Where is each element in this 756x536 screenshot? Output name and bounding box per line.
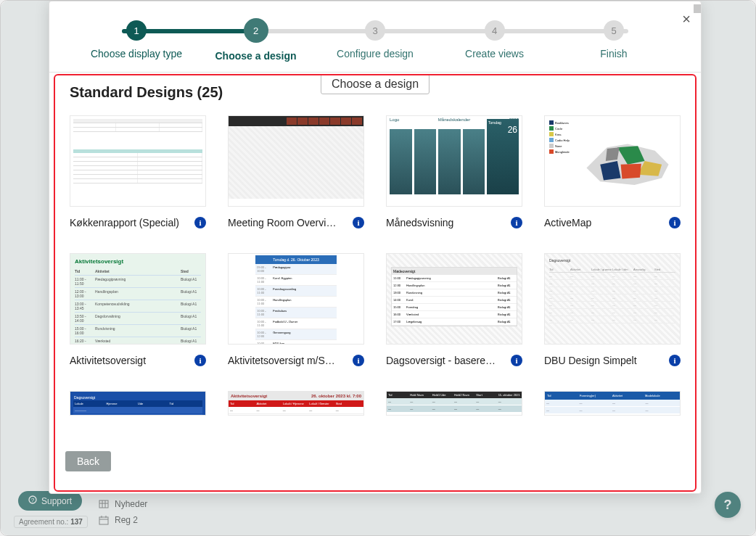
step-label: Finish (600, 48, 627, 59)
design-thumbnail: Aktivitetsoversigt TidAktivitetSted 11:0… (70, 253, 206, 345)
step-5[interactable]: 5 Finish (556, 20, 672, 62)
legend-item: None (555, 144, 562, 148)
step-label: Configure design (337, 48, 414, 59)
design-title: DBU Design Simpelt (544, 355, 637, 366)
back-button[interactable]: Back (65, 451, 111, 471)
legend-item: Booklånes (555, 121, 569, 125)
design-card[interactable]: Dagsoversigt TidAktivitetLokale / grønne… (544, 253, 681, 366)
step-4[interactable]: 4 Create views (437, 20, 553, 62)
step-label: Choose a design (215, 50, 296, 62)
design-grid: Køkkenrapport (Special) i Meeting Room O… (70, 115, 681, 416)
legend-item: Circle (555, 127, 562, 131)
step-circle: 3 (365, 20, 385, 41)
design-title: Køkkenrapport (Special) (70, 217, 179, 228)
info-icon[interactable]: i (194, 217, 206, 228)
thumb-title: Aktivitetsoversigt (231, 394, 267, 398)
design-card[interactable]: Dagsoversigt LokaleHjemmeUdeTid ———— ———… (70, 391, 206, 416)
design-card[interactable]: Torsdag d. 26. Oktober 2023 09:00 - 10:0… (228, 253, 364, 366)
step-label: Create views (465, 48, 524, 59)
step-label: Choose display type (91, 48, 182, 59)
design-thumbnail: Aktivitetsoversigt26. oktober 2023 kl. 7… (228, 391, 364, 416)
info-icon[interactable]: i (669, 355, 681, 366)
step-circle: 1 (126, 20, 147, 41)
svg-marker-13 (600, 161, 620, 180)
legend-item: Codio Help (555, 139, 570, 142)
design-thumbnail: TidForening(er)AktivitetMødelokale ———— … (544, 391, 681, 416)
design-card[interactable]: Aktivitetsoversigt26. oktober 2023 kl. 7… (228, 391, 364, 416)
design-title: Meeting Room Overvi… (228, 217, 336, 228)
thumb-logo: Logo (390, 117, 399, 122)
design-thumbnail: Dagsoversigt TidAktivitetLokale / grønne… (544, 253, 681, 345)
design-title: Dagsoversigt - basere… (386, 355, 496, 366)
design-card[interactable]: LogoMånedskalender2023 Torsdag26 Månedsv… (386, 115, 522, 228)
wizard-stepper: 1 Choose display type 2 Choose a design … (49, 1, 701, 72)
design-card[interactable]: TidHold NavnHold1 UdeHold2 NavnStart15. … (386, 391, 522, 416)
design-card[interactable]: Booklånes Circle Krea Codio Help None Ma… (544, 115, 681, 228)
design-card[interactable]: Meeting Room Overvi… i (228, 115, 364, 228)
design-card[interactable]: Køkkenrapport (Special) i (70, 115, 206, 228)
svg-marker-14 (621, 164, 641, 179)
legend-item: Krea (555, 133, 561, 136)
legend-item: Manglende (555, 150, 570, 154)
design-title: Aktivitetsoversigt (70, 355, 146, 366)
info-icon[interactable]: i (353, 355, 364, 366)
info-icon[interactable]: i (511, 355, 522, 366)
design-thumbnail: Mødeoversigt 11:00PædagogiprøvningBiolog… (386, 253, 522, 345)
step-circle: 5 (604, 20, 624, 41)
design-thumbnail (228, 115, 364, 207)
stepper-tooltip: Choose a design (321, 74, 430, 94)
design-thumbnail: LogoMånedskalender2023 Torsdag26 (386, 115, 522, 207)
thumb-title: Dagsoversigt (549, 258, 675, 263)
step-1[interactable]: 1 Choose display type (78, 20, 194, 62)
designs-content[interactable]: Standard Designs (25) (49, 73, 701, 493)
svg-marker-15 (606, 147, 620, 161)
design-thumbnail: Dagsoversigt LokaleHjemmeUdeTid ———— ———… (70, 391, 206, 416)
step-circle: 4 (485, 20, 505, 41)
step-circle: 2 (244, 18, 268, 43)
design-thumbnail: TidHold NavnHold1 UdeHold2 NavnStart15. … (386, 391, 522, 416)
design-title: ActiveMap (544, 217, 591, 228)
info-icon[interactable]: i (353, 217, 364, 228)
design-card[interactable]: Mødeoversigt 11:00PædagogiprøvningBiolog… (386, 253, 522, 366)
info-icon[interactable]: i (511, 217, 522, 228)
design-title: Månedsvisning (386, 217, 453, 228)
info-icon[interactable]: i (669, 217, 681, 228)
thumb-daynum: 26 (488, 125, 517, 135)
design-card[interactable]: TidForening(er)AktivitetMødelokale ———— … (544, 391, 681, 416)
design-card[interactable]: Aktivitetsoversigt TidAktivitetSted 11:0… (70, 253, 206, 366)
step-2[interactable]: 2 Choose a design (198, 20, 314, 62)
step-3[interactable]: 3 Configure design (317, 20, 433, 62)
design-thumbnail (70, 115, 206, 207)
info-icon[interactable]: i (194, 355, 206, 366)
design-thumbnail: Torsdag d. 26. Oktober 2023 09:00 - 10:0… (228, 253, 364, 345)
page-background: Nyheder Reg 2 ? Support Agreement no.: 1… (0, 0, 756, 536)
design-title: Aktivitetsoversigt m/S… (228, 355, 335, 366)
design-wizard-modal: × 1 Choose display type 2 Choose a desig… (49, 1, 702, 494)
design-thumbnail: Booklånes Circle Krea Codio Help None Ma… (544, 115, 681, 207)
thumb-title: Månedskalender (438, 117, 470, 122)
thumb-title: Aktivitetsoversigt (75, 258, 201, 265)
